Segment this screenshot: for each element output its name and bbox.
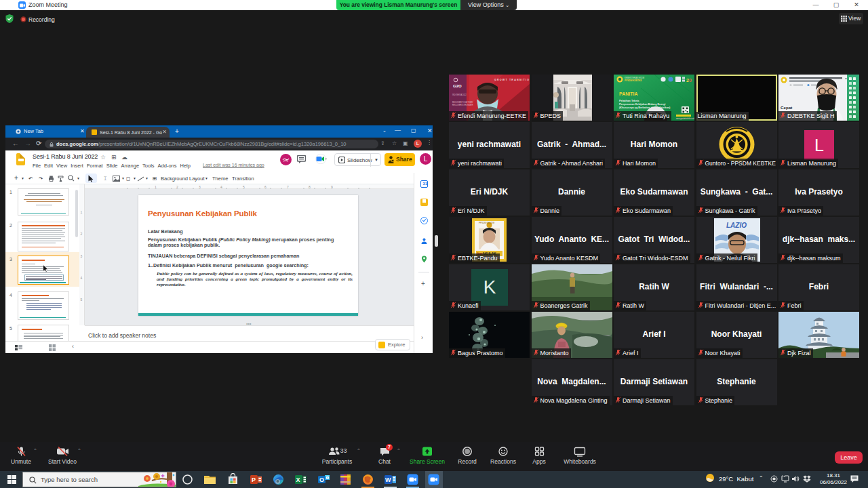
svg-text:www.ppsdmkebtke.esdm.go.id: www.ppsdmkebtke.esdm.go.id bbox=[676, 117, 694, 120]
svg-text:W: W bbox=[385, 476, 391, 483]
svg-text:O: O bbox=[319, 476, 324, 483]
svg-text:PPSDM KEBTKE: PPSDM KEBTKE bbox=[625, 79, 642, 82]
svg-text:PANITIA: PANITIA bbox=[619, 92, 637, 96]
svg-text:(Khususnya yg Berkaitan dgn Ke: (Khususnya yg Berkaitan dgn Kelistrikan) bbox=[619, 106, 671, 109]
svg-text:Penyusunan Kebijakan Bidang En: Penyusunan Kebijakan Bidang Energi bbox=[619, 103, 665, 106]
svg-text:G2O: G2O bbox=[453, 84, 462, 88]
svg-text:X: X bbox=[296, 476, 300, 483]
svg-text:0: 0 bbox=[689, 78, 692, 83]
svg-text:Cepat: Cepat bbox=[781, 105, 792, 110]
svg-text:PPSDM KEBTKE: PPSDM KEBTKE bbox=[479, 222, 494, 224]
svg-text:RECOVER STRONGER: RECOVER STRONGER bbox=[452, 104, 473, 106]
svg-text:P: P bbox=[252, 476, 256, 483]
svg-text:Pelatihan Teknis: Pelatihan Teknis bbox=[619, 100, 639, 102]
svg-text:INDONESIA 2022: INDONESIA 2022 bbox=[452, 94, 467, 96]
svg-text:33: 33 bbox=[340, 447, 347, 454]
svg-text:GROWT TRANSITIONS: GROWT TRANSITIONS bbox=[494, 79, 530, 81]
svg-text:LAZIO: LAZIO bbox=[726, 222, 747, 229]
